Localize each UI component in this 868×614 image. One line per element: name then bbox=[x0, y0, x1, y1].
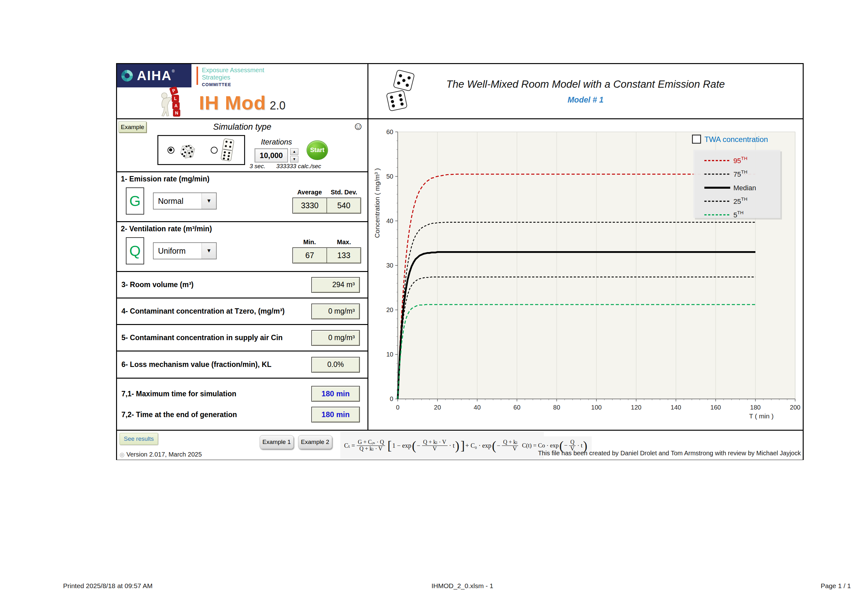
twa-checkbox-label: TWA concentration bbox=[704, 135, 768, 144]
x-tick-label: 140 bbox=[671, 404, 681, 411]
ihmod-app-window: AIHA® Exposure Assessment Strategies COM… bbox=[116, 63, 804, 460]
x-tick-label: 160 bbox=[710, 404, 721, 411]
x-tick-label: 120 bbox=[631, 404, 641, 411]
loss-input[interactable]: 0.0% bbox=[311, 357, 360, 373]
svg-text:N: N bbox=[175, 110, 178, 115]
domino-icon bbox=[220, 138, 235, 162]
generation-time-label: 7,2- Time at the end of generation bbox=[121, 411, 311, 419]
see-results-button[interactable]: See results bbox=[119, 433, 158, 445]
ventilation-max-input[interactable]: 133 bbox=[327, 248, 361, 263]
footer-filename: IHMOD_2_0.xlsm - 1 bbox=[431, 582, 493, 590]
ventilation-distribution-value: Uniform bbox=[153, 243, 202, 259]
section-room-volume: 3- Room volume (m³) 294 m³ bbox=[117, 272, 367, 298]
footer-printed: Printed 2025/8/18 at 09:57 AM bbox=[63, 582, 153, 590]
ventilation-min-header: Min. bbox=[292, 239, 327, 246]
simulation-type-radio-domino[interactable] bbox=[211, 147, 218, 154]
x-tick-label: 80 bbox=[553, 404, 560, 411]
committee-line2: Strategies bbox=[202, 74, 264, 81]
section-loss-mechanism: 6- Loss mechanism value (fraction/min), … bbox=[117, 352, 367, 378]
start-button[interactable]: Start bbox=[307, 140, 328, 160]
emission-distribution-value: Normal bbox=[153, 193, 202, 209]
spinner-up-button[interactable]: ▲ bbox=[290, 148, 298, 155]
speed-time: 3 sec. bbox=[250, 163, 265, 170]
tzero-label: 4- Contaminant concentration at Tzero, (… bbox=[121, 307, 311, 316]
loss-label: 6- Loss mechanism value (fraction/min), … bbox=[121, 360, 311, 369]
divider-bar bbox=[197, 67, 198, 85]
chart-panel: 0204060801001201401601802000102030405060… bbox=[368, 119, 803, 430]
emission-rate-label: 1- Emission rate (mg/min) bbox=[121, 175, 364, 183]
y-tick-label: 60 bbox=[386, 129, 393, 135]
aiha-logo-text: AIHA bbox=[137, 68, 172, 83]
y-tick-label: 20 bbox=[386, 306, 393, 313]
plan-figurine: P L A N bbox=[157, 87, 184, 117]
app-version: 2.0 bbox=[270, 99, 285, 112]
dice-icon bbox=[384, 69, 420, 113]
controls-panel: Example Simulation type ☺ bbox=[117, 119, 368, 430]
die-icon bbox=[177, 140, 197, 160]
aiha-logo: AIHA® bbox=[117, 64, 191, 87]
example2-button[interactable]: Example 2 bbox=[298, 435, 332, 449]
tzero-input[interactable]: 0 mg/m³ bbox=[311, 304, 360, 319]
simulation-type-radio-montecarlo[interactable] bbox=[167, 147, 174, 154]
generation-time-input[interactable]: 180 min bbox=[311, 407, 360, 422]
ventilation-min-input[interactable]: 67 bbox=[293, 248, 327, 263]
page-title: The Well-Mixed Room Model with a Constan… bbox=[446, 78, 725, 90]
ventilation-distribution-select[interactable]: Uniform ▼ bbox=[153, 242, 217, 259]
legend-label-median: Median bbox=[733, 184, 756, 192]
twa-checkbox[interactable] bbox=[692, 135, 701, 143]
iterations-input[interactable]: 10,000 bbox=[254, 148, 288, 163]
section-cin-concentration: 5- Contaminant concentration in supply a… bbox=[117, 325, 367, 352]
section-emission-rate: 1- Emission rate (mg/min) G Normal ▼ Ave… bbox=[117, 172, 367, 222]
y-axis-label: Concentration ( mg/m³ ) bbox=[374, 168, 381, 238]
chevron-down-icon: ▼ bbox=[202, 243, 216, 259]
max-time-label: 7,1- Maximum time for simulation bbox=[121, 390, 311, 398]
svg-text:L: L bbox=[174, 96, 177, 101]
app-brand: IH Mod2.0 bbox=[199, 91, 286, 114]
emission-stddev-input[interactable]: 540 bbox=[327, 198, 361, 213]
x-tick-label: 100 bbox=[591, 404, 601, 411]
section-tzero-concentration: 4- Contaminant concentration at Tzero, (… bbox=[117, 298, 367, 325]
ventilation-symbol-q: Q bbox=[126, 237, 144, 264]
svg-text:A: A bbox=[174, 103, 178, 108]
cin-input[interactable]: 0 mg/m³ bbox=[311, 330, 360, 346]
y-tick-label: 40 bbox=[386, 217, 393, 224]
app-name: IH Mod bbox=[199, 92, 266, 113]
aiha-mark-icon bbox=[120, 69, 134, 83]
speed-rate: 333333 calc./sec bbox=[276, 163, 321, 170]
version-label: ◎ Version 2.017, March 2025 bbox=[119, 451, 202, 458]
chevron-down-icon: ▼ bbox=[202, 193, 216, 209]
model-number-label: Model # 1 bbox=[568, 95, 604, 104]
emission-distribution-select[interactable]: Normal ▼ bbox=[153, 192, 217, 209]
y-tick-label: 10 bbox=[386, 351, 393, 358]
credit-text: This file has been created by Daniel Dro… bbox=[538, 450, 801, 457]
footer-page-number: Page 1 / 1 bbox=[821, 582, 851, 590]
x-axis-label: T ( min ) bbox=[749, 412, 774, 420]
spinner-down-button[interactable]: ▼ bbox=[290, 156, 298, 163]
iterations-label: Iterations bbox=[261, 138, 292, 146]
y-tick-label: 30 bbox=[386, 262, 393, 269]
simulation-type-group bbox=[157, 135, 245, 165]
section-ventilation-rate: 2- Ventilation rate (m³/min) Q Uniform ▼… bbox=[117, 222, 367, 272]
x-tick-label: 40 bbox=[474, 404, 480, 411]
section-simulation-type: Example Simulation type ☺ bbox=[117, 119, 367, 172]
simulation-type-title: Simulation type bbox=[117, 122, 367, 132]
iterations-spinner: ▲ ▼ bbox=[290, 148, 298, 163]
x-tick-label: 0 bbox=[396, 404, 399, 411]
emission-average-input[interactable]: 3330 bbox=[293, 198, 327, 213]
committee-line1: Exposure Assessment bbox=[202, 67, 264, 74]
x-tick-label: 20 bbox=[434, 404, 441, 411]
emission-stddev-header: Std. Dev. bbox=[327, 189, 361, 196]
header-left: AIHA® Exposure Assessment Strategies COM… bbox=[117, 64, 368, 119]
emission-average-header: Average bbox=[292, 189, 327, 196]
copyright-icon: ◎ bbox=[119, 451, 125, 458]
cin-label: 5- Contaminant concentration in supply a… bbox=[121, 333, 311, 342]
x-tick-label: 180 bbox=[750, 404, 761, 411]
room-volume-input[interactable]: 294 m³ bbox=[311, 277, 360, 293]
committee-line3: COMMITTEE bbox=[202, 82, 264, 87]
section-simulation-times: 7,1- Maximum time for simulation 180 min… bbox=[117, 378, 367, 430]
bottom-strip: See results ◎ Version 2.017, March 2025 … bbox=[117, 430, 803, 460]
y-tick-label: 50 bbox=[386, 173, 393, 180]
max-time-input[interactable]: 180 min bbox=[311, 386, 360, 402]
example1-button[interactable]: Example 1 bbox=[260, 435, 294, 449]
header-right: The Well-Mixed Room Model with a Constan… bbox=[368, 64, 803, 119]
